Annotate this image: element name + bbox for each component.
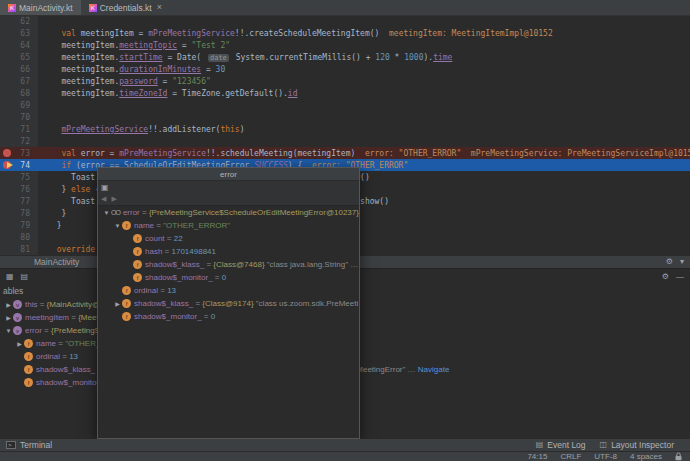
code-line[interactable]: 66 meetingItem.durationInMinutes = 30 [0,63,690,75]
line-number[interactable]: 73 [0,147,38,159]
view-options-icon[interactable]: ▤ [21,273,29,281]
enum-icon: OO [111,208,120,217]
event-log-button[interactable]: Event Log [547,440,585,450]
gear-icon[interactable]: ⚙ [666,258,673,266]
code-line[interactable]: 69 [0,99,690,111]
line-number[interactable]: 63 [0,27,38,39]
navigate-link[interactable]: Navigate [418,365,450,374]
minimize-icon[interactable]: — [676,273,684,281]
copy-stack-icon[interactable]: ▣ [101,184,109,192]
status-bar: 74:15 CRLF UTF-8 4 spaces [0,451,690,461]
popup-value-row[interactable]: fshadow$_monitor_ = 0 [98,271,359,284]
code-line[interactable]: 72 [0,135,690,147]
code-token: "class us.zoom.sdk.PreMeeti [256,299,358,308]
popup-value-row[interactable]: ▼fname = "OTHER_ERROR" [98,219,359,232]
back-icon[interactable]: ◀ [101,195,106,202]
code-token: = [140,208,149,217]
code-token: else [71,185,90,194]
popup-value-row[interactable]: ▼OOerror = {PreMeetingService$ScheduleOr… [98,206,359,219]
line-number[interactable]: 62 [0,15,38,27]
field-icon: f [133,273,142,282]
line-number[interactable]: 72 [0,135,38,147]
popup-value-row[interactable]: fcount = 22 [98,232,359,245]
code-token: = [177,41,191,50]
close-icon[interactable]: × [157,3,162,12]
expander-icon[interactable]: ▼ [113,223,122,229]
line-number[interactable]: 76 [0,183,38,195]
expander-icon[interactable]: ▶ [4,301,13,308]
caret-position[interactable]: 74:15 [527,452,547,461]
editor-tab[interactable]: KMainActivity.kt [0,0,81,15]
terminal-button[interactable]: Terminal [20,440,52,450]
line-number[interactable]: 75 [0,171,38,183]
var-icon: v [13,313,22,322]
editor-tab[interactable]: KCredentials.kt× [81,0,170,15]
expander-icon[interactable]: ▼ [102,210,111,216]
code-token: count [145,234,165,243]
popup-value-row[interactable]: fhash = 1701498841 [98,245,359,258]
code-token: = [213,273,222,282]
popup-value-row[interactable]: fordinal = 13 [98,284,359,297]
settings-gear-icon[interactable]: ⚙ [662,273,669,281]
line-number[interactable]: 81 [0,243,38,255]
code-line[interactable]: 64 meetingItem.meetingTopic = "Test 2" [0,39,690,51]
code-text: val meetingItem = mPreMeetingService!!.c… [38,29,553,38]
code-token: } [47,221,61,230]
code-line[interactable]: 68 meetingItem.timeZoneId = TimeZone.get… [0,87,690,99]
code-line[interactable]: 67 meetingItem.password = "123456" [0,75,690,87]
restore-layout-icon[interactable]: ▦ [6,273,14,281]
expander-icon[interactable]: ▶ [113,300,122,307]
expander-icon[interactable]: ▶ [15,340,24,347]
code-token: System.currentTimeMillis() + [231,53,376,62]
layout-inspector-button[interactable]: Layout Inspector [611,440,674,450]
code-line[interactable]: 62 [0,15,690,27]
code-line[interactable]: 63 val meetingItem = mPreMeetingService!… [0,27,690,39]
popup-value-row[interactable]: ▶fshadow$_klass_ = {Class@9174} "class u… [98,297,359,310]
popup-value-row[interactable]: fshadow$_klass_ = {Class@7468} "class ja… [98,258,359,271]
line-number[interactable]: 64 [0,39,38,51]
code-token: = [69,313,78,322]
code-text: } else { [38,185,100,194]
code-line[interactable]: 71 mPreMeetingService!!.addListener(this… [0,123,690,135]
code-token: meetingItem = [81,29,148,38]
code-token: !!.addListener( [148,125,220,134]
lock-icon[interactable] [675,452,682,461]
line-number[interactable]: 68 [0,87,38,99]
expander-icon[interactable]: ▶ [4,314,13,321]
line-number[interactable]: 79 [0,219,38,231]
line-number[interactable]: 80 [0,231,38,243]
code-line[interactable]: 70 [0,111,690,123]
event-log-icon: ▤ [536,441,544,449]
line-number[interactable]: 70 [0,111,38,123]
line-number[interactable]: 74 [0,159,38,171]
code-token: meetingTopic [119,41,177,50]
code-text: meetingItem.timeZoneId = TimeZone.getDef… [38,89,297,98]
code-token: } [47,185,71,194]
code-token [47,149,61,158]
code-token: = Date( [163,53,206,62]
line-number[interactable]: 77 [0,195,38,207]
code-token: shadow$_klass_ [36,365,95,374]
var-icon: v [13,300,22,309]
popup-value-row[interactable]: fshadow$_monitor_ = 0 [98,310,359,323]
code-token: shadow$_klass_ [134,299,193,308]
collapse-icon[interactable]: ▾ [680,258,684,266]
line-number[interactable]: 69 [0,99,38,111]
line-number[interactable]: 66 [0,63,38,75]
breadcrumb[interactable]: MainActivity [34,257,79,267]
breakpoint-icon[interactable] [3,149,11,157]
code-line[interactable]: 65 meetingItem.startTime = Date( date Sy… [0,51,690,63]
line-number[interactable]: 67 [0,75,38,87]
line-number[interactable]: 65 [0,51,38,63]
file-encoding-indicator[interactable]: UTF-8 [594,452,617,461]
indent-indicator[interactable]: 4 spaces [630,452,662,461]
code-token: name [134,221,154,230]
forward-icon[interactable]: ▶ [111,195,116,202]
line-number[interactable]: 78 [0,207,38,219]
expander-icon[interactable]: ▼ [4,328,13,334]
line-separator-indicator[interactable]: CRLF [560,452,581,461]
code-token: 0 [222,273,226,282]
field-icon: f [24,352,33,361]
line-number[interactable]: 71 [0,123,38,135]
code-line[interactable]: 73 val error = mPreMeetingService!!.sche… [0,147,690,159]
